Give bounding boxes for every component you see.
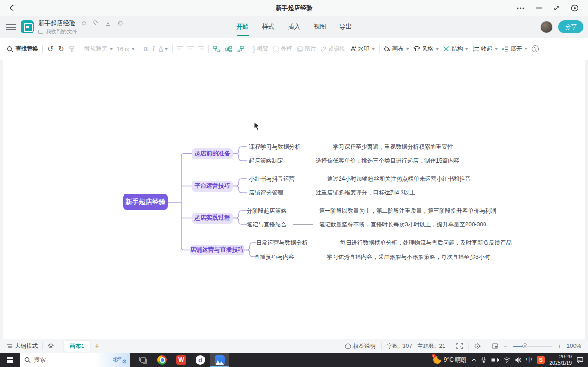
font-family-select[interactable]: 微软雅黑 <box>84 45 113 53</box>
image-button[interactable]: 图片 <box>297 45 316 53</box>
share-button[interactable]: 分享 <box>558 20 583 33</box>
chrome-icon[interactable] <box>153 353 172 367</box>
locate-center-icon[interactable] <box>474 343 481 349</box>
canvas-button[interactable]: 画布 <box>384 45 409 53</box>
more-options-icon[interactable] <box>516 4 524 12</box>
insert-child-node-button[interactable] <box>225 46 232 52</box>
notification-center-icon[interactable] <box>577 357 583 363</box>
minimize-button[interactable] <box>535 4 542 12</box>
rights-info-button[interactable]: 权益说明 <box>345 342 376 350</box>
volume-icon[interactable] <box>515 357 521 363</box>
sogou-ime-icon[interactable]: S <box>537 356 545 364</box>
favorite-star-icon[interactable] <box>81 20 87 26</box>
search-input[interactable] <box>34 357 82 363</box>
fit-screen-icon[interactable] <box>456 343 463 349</box>
dingtalk-icon[interactable]: d <box>191 353 210 367</box>
task-view-button[interactable] <box>134 353 153 367</box>
download-icon[interactable] <box>105 20 111 26</box>
subtopic-label[interactable]: 店铺评分管理 <box>249 189 283 197</box>
outline-button[interactable]: }概要 <box>253 45 268 53</box>
user-avatar[interactable] <box>540 21 553 33</box>
hyperlink-button[interactable]: 超链接 <box>320 45 346 53</box>
canvas-tab[interactable]: 画布1 <box>64 341 90 352</box>
taskbar-search[interactable]: ❄ ❄ ❄ <box>20 353 130 367</box>
collapse-button[interactable]: 收起 <box>473 45 498 53</box>
subtopic-detail[interactable]: 笔记数量坚持不断，直播时长每次3小时以上，提升单量至200-300 <box>319 221 486 229</box>
subtopic-label[interactable]: 起店策略制定 <box>249 157 283 165</box>
topic-detail-connector <box>314 243 334 243</box>
tab-insert[interactable]: 插入 <box>288 22 300 36</box>
subtopic-label[interactable]: 分阶段起店策略 <box>247 207 287 215</box>
mindmap-branch-node[interactable]: 起店实践过程 <box>192 213 233 224</box>
font-color-button[interactable]: A <box>159 46 168 52</box>
zoom-in-button[interactable]: + <box>557 342 562 350</box>
mindmap-branch-node[interactable]: 平台运营技巧 <box>192 181 233 192</box>
add-canvas-button[interactable]: + <box>95 342 99 350</box>
mindmap-canvas[interactable]: 新手起店经验 起店前的准备 平台运营技巧 起店实践过程 店铺运营与直播技巧 课程… <box>0 60 588 339</box>
layers-icon[interactable] <box>48 343 54 349</box>
mindmap-subtopic-row: 起店策略制定 选择偏低客单价，挑选三个类目进行起店，制作15篇内容 <box>249 156 459 165</box>
mindmap-branch-node[interactable]: 起店前的准备 <box>192 148 233 159</box>
insert-parent-node-button[interactable] <box>237 46 244 52</box>
document-title[interactable]: 新手起店经验 <box>38 19 75 28</box>
tab-style[interactable]: 样式 <box>262 22 275 36</box>
subtopic-label[interactable]: 课程学习与数据分析 <box>249 143 300 151</box>
redo-button[interactable]: ↻ <box>58 45 64 53</box>
document-location[interactable]: 我收到的文件 <box>38 28 123 35</box>
ime-indicator[interactable]: 中 <box>526 356 532 364</box>
style-button[interactable]: 风格 <box>413 45 439 53</box>
italic-button[interactable]: I <box>152 45 155 53</box>
subtopic-label[interactable]: 日常运营与数据分析 <box>256 239 308 247</box>
zoom-slider-thumb[interactable] <box>522 343 527 348</box>
start-button[interactable] <box>0 353 20 367</box>
find-replace-button[interactable]: 查找替换 <box>7 45 38 53</box>
mindmap-root-node[interactable]: 新手起店经验 <box>123 194 168 210</box>
minimap-icon[interactable] <box>492 343 498 349</box>
subtopic-label[interactable]: 笔记与直播结合 <box>247 221 287 229</box>
tray-expand-icon[interactable] <box>471 358 476 362</box>
align-right-icon[interactable] <box>198 46 204 51</box>
subtopic-detail[interactable]: 学习优秀直播内容，采用露脸与不露脸策略，每次直播至少3小时 <box>327 253 490 261</box>
help-icon[interactable]: ? <box>532 45 539 52</box>
mindmap-connectors <box>3 60 585 339</box>
align-left-icon[interactable] <box>177 46 183 51</box>
align-center-icon[interactable] <box>187 46 194 51</box>
undo-button[interactable]: ↺ <box>47 45 53 53</box>
subtopic-detail[interactable]: 学习课程至少两遍，重视数据分析积累的重要性 <box>333 143 453 151</box>
resize-button[interactable] <box>553 4 560 12</box>
frame-button[interactable]: 外框 <box>273 45 292 53</box>
tab-start[interactable]: 开始 <box>237 22 249 36</box>
taskbar-clock[interactable]: 20:29 2025/1/19 <box>549 354 572 366</box>
subtopic-label[interactable]: 小红书与抖音运营 <box>249 175 295 183</box>
subtopic-detail[interactable]: 第一阶段以数量为主，第二阶段注重质量，第三阶段提升客单价与利润 <box>319 207 496 215</box>
history-icon[interactable] <box>117 20 123 26</box>
watermark-button[interactable]: 水印 <box>350 45 375 53</box>
font-size-select[interactable]: 16px <box>117 46 134 52</box>
weather-widget[interactable]: 1 9°C 晴朗 <box>433 356 466 364</box>
main-menu-button[interactable] <box>6 24 16 30</box>
insert-sibling-node-button[interactable] <box>213 46 220 52</box>
tab-view[interactable]: 视图 <box>314 22 326 36</box>
zoom-out-button[interactable]: − <box>504 342 508 350</box>
wps-icon[interactable]: W <box>172 353 191 367</box>
subtopic-detail[interactable]: 通过24小时加够粉丝和关注热点榜单来运营小红书和抖音 <box>327 175 471 183</box>
format-painter-button[interactable] <box>69 46 75 52</box>
subtopic-detail[interactable]: 选择偏低客单价，挑选三个类目进行起店，制作15篇内容 <box>316 157 459 165</box>
expand-button[interactable]: 展开 <box>502 45 527 53</box>
label-tag-icon[interactable] <box>93 20 99 26</box>
subtopic-detail[interactable]: 注重店铺多维度评分，目标达到4.3以上 <box>316 189 415 197</box>
wifi-icon[interactable] <box>504 357 510 363</box>
tab-export[interactable]: 导出 <box>340 22 352 36</box>
subtopic-label[interactable]: 直播技巧与内容 <box>254 253 294 261</box>
outline-mode-button[interactable]: 大纲模式 <box>7 342 38 350</box>
close-button[interactable] <box>571 4 578 12</box>
mindmap-app-icon[interactable] <box>210 353 229 367</box>
structure-button[interactable]: 结构 <box>443 45 468 53</box>
battery-icon[interactable] <box>491 358 499 362</box>
search-icon <box>24 357 31 363</box>
microphone-icon[interactable] <box>481 357 486 363</box>
bold-button[interactable]: B <box>144 45 148 52</box>
zoom-slider[interactable] <box>513 346 552 347</box>
mindmap-branch-node[interactable]: 店铺运营与直播技巧 <box>190 245 244 255</box>
subtopic-detail[interactable]: 每日进行数据榜单分析，处理物流与售后问题，及时更新负反馈产品 <box>340 239 512 247</box>
